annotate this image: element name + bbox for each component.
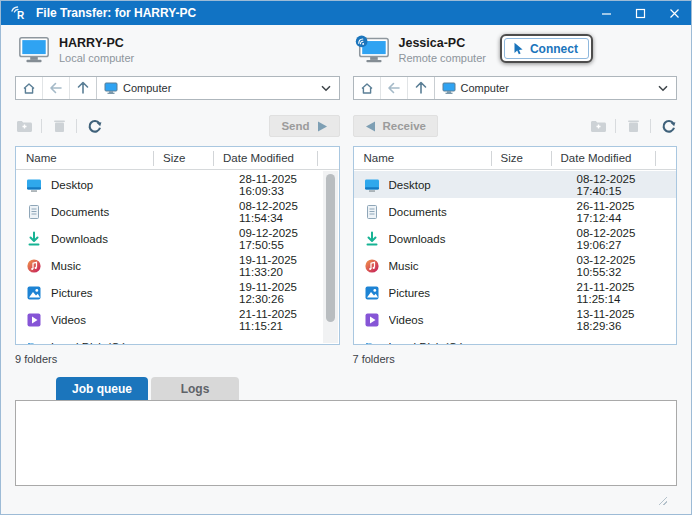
file-name: Downloads	[389, 233, 526, 245]
connect-label: Connect	[530, 42, 578, 56]
remote-path-dropdown[interactable]	[650, 77, 676, 99]
column-name[interactable]: Name	[16, 151, 154, 166]
close-button[interactable]	[657, 1, 691, 25]
column-date-modified[interactable]: Date Modified	[214, 151, 318, 166]
disk-system-icon	[26, 339, 42, 346]
desktop-icon	[26, 177, 42, 193]
titlebar: R File Transfer: for HARRY-PC	[1, 1, 691, 25]
documents-icon	[26, 204, 42, 220]
file-row-music[interactable]: Music19-11-2025 11:33:20	[16, 252, 339, 279]
file-row-documents[interactable]: Documents26-11-2025 17:12:44	[354, 198, 677, 225]
maximize-button[interactable]	[623, 1, 657, 25]
delete-icon[interactable]	[50, 117, 68, 135]
file-date-modified: 08-12-2025 19:06:27	[577, 227, 676, 251]
remote-computer-name: Jessica-PC	[399, 33, 486, 50]
file-row-music[interactable]: Music03-12-2025 10:55:32	[354, 252, 677, 279]
local-computer-icon	[17, 34, 51, 68]
svg-text:R: R	[17, 10, 25, 21]
remote-list-header: Name Size Date Modified	[354, 147, 677, 170]
file-name: Documents	[389, 206, 526, 218]
new-folder-icon[interactable]	[15, 117, 33, 135]
refresh-icon[interactable]	[659, 117, 677, 135]
remote-computer-subtitle: Remote computer	[399, 52, 486, 64]
remote-path-label: Computer	[461, 82, 509, 94]
local-rows: Desktop28-11-2025 16:09:33Documents08-12…	[16, 171, 339, 344]
music-icon	[364, 258, 380, 274]
job-queue-panel	[15, 400, 677, 486]
receive-button[interactable]: Receive	[353, 115, 438, 137]
file-name: Pictures	[51, 287, 188, 299]
file-row-videos[interactable]: Videos21-11-2025 11:15:21	[16, 306, 339, 333]
window-title: File Transfer: for HARRY-PC	[36, 6, 589, 20]
column-size[interactable]: Size	[492, 151, 552, 166]
file-row-videos[interactable]: Videos13-11-2025 18:29:36	[354, 306, 677, 333]
local-list-header: Name Size Date Modified	[16, 147, 339, 170]
home-button[interactable]	[354, 77, 381, 99]
file-date-modified: 08-12-2025 17:40:15	[577, 173, 676, 197]
delete-icon[interactable]	[624, 117, 642, 135]
column-date-modified[interactable]: Date Modified	[552, 151, 656, 166]
remote-computer-icon	[355, 34, 391, 68]
videos-icon	[26, 312, 42, 328]
remote-file-list: Name Size Date Modified Desktop08-12-202…	[353, 146, 678, 345]
remote-path-box[interactable]: Computer	[434, 77, 651, 99]
minimize-button[interactable]	[589, 1, 623, 25]
computer-icon	[442, 82, 456, 94]
tab-logs[interactable]: Logs	[151, 377, 239, 400]
local-computer-subtitle: Local computer	[59, 52, 134, 64]
file-name: Desktop	[51, 179, 188, 191]
refresh-icon[interactable]	[85, 117, 103, 135]
file-row-desktop[interactable]: Desktop28-11-2025 16:09:33	[16, 171, 339, 198]
local-path-label: Computer	[123, 82, 171, 94]
music-icon	[26, 258, 42, 274]
file-row-documents[interactable]: Documents08-12-2025 11:54:34	[16, 198, 339, 225]
connect-button[interactable]: Connect	[504, 38, 589, 59]
desktop-icon	[364, 177, 380, 193]
file-row-local-disk-c[interactable]: Local Disk (C:)	[16, 333, 339, 345]
file-row-pictures[interactable]: Pictures21-11-2025 11:25:14	[354, 279, 677, 306]
column-name[interactable]: Name	[354, 151, 492, 166]
new-folder-icon[interactable]	[589, 117, 607, 135]
file-name: Music	[51, 260, 188, 272]
tab-job-queue[interactable]: Job queue	[56, 377, 148, 400]
computer-icon	[104, 82, 118, 94]
file-name: Documents	[51, 206, 188, 218]
remote-rows: Desktop08-12-2025 17:40:15Documents26-11…	[354, 171, 677, 344]
local-scrollbar-thumb[interactable]	[326, 174, 335, 322]
back-button[interactable]	[381, 77, 408, 99]
disk-system-icon	[364, 339, 380, 346]
local-path-box[interactable]: Computer	[96, 77, 313, 99]
file-row-desktop[interactable]: Desktop08-12-2025 17:40:15	[354, 171, 677, 198]
file-date-modified: 03-12-2025 10:55:32	[577, 254, 676, 278]
bottom-tabs: Job queue Logs	[15, 377, 677, 400]
home-button[interactable]	[16, 77, 43, 99]
documents-icon	[364, 204, 380, 220]
local-navbar: Computer	[15, 76, 340, 100]
remote-status: 7 folders	[353, 353, 678, 366]
send-button[interactable]: Send	[269, 115, 339, 137]
back-button[interactable]	[43, 77, 70, 99]
resize-grip[interactable]	[659, 497, 667, 505]
file-date-modified: 21-11-2025 11:25:14	[577, 281, 676, 305]
send-label: Send	[281, 120, 309, 132]
file-name: Desktop	[389, 179, 526, 191]
local-scrollbar[interactable]	[323, 171, 338, 343]
file-row-downloads[interactable]: Downloads09-12-2025 17:50:55	[16, 225, 339, 252]
file-row-pictures[interactable]: Pictures19-11-2025 12:30:26	[16, 279, 339, 306]
file-row-downloads[interactable]: Downloads08-12-2025 19:06:27	[354, 225, 677, 252]
up-button[interactable]	[408, 77, 435, 99]
file-name: Local Disk (C:)	[51, 341, 188, 346]
up-button[interactable]	[70, 77, 97, 99]
local-computer-name: HARRY-PC	[59, 33, 134, 50]
local-panel: HARRY-PC Local computer	[15, 31, 340, 366]
local-path-dropdown[interactable]	[313, 77, 339, 99]
send-arrow-icon	[317, 121, 328, 132]
local-toolbar: Send	[15, 113, 340, 139]
remote-toolbar: Receive	[353, 113, 678, 139]
column-size[interactable]: Size	[154, 151, 214, 166]
receive-arrow-icon	[365, 121, 376, 132]
remote-panel: Jessica-PC Remote computer Connect	[353, 31, 678, 366]
file-transfer-window: R File Transfer: for HARRY-PC	[0, 0, 692, 515]
file-name: Pictures	[389, 287, 526, 299]
file-row-local-disk-c[interactable]: Local Disk (C:)	[354, 333, 677, 345]
